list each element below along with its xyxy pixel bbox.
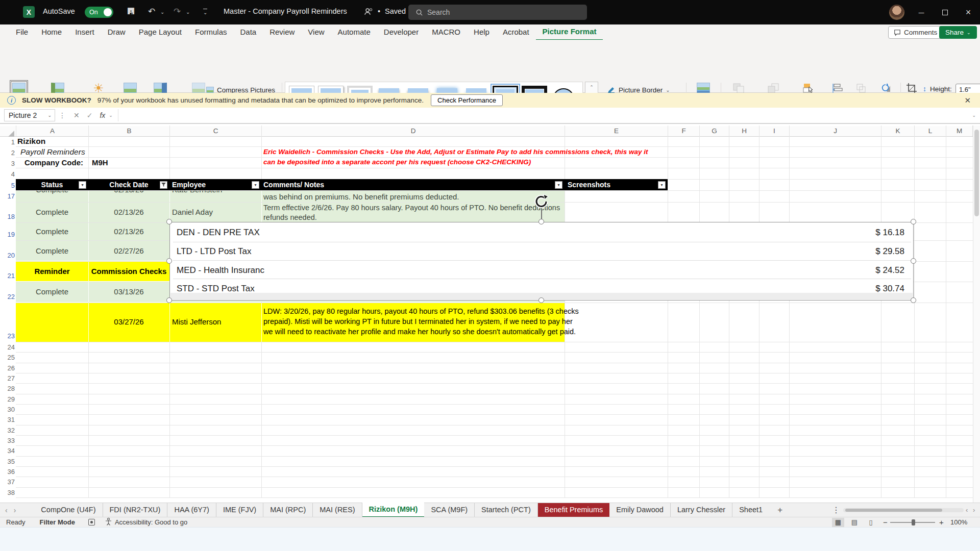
row-23[interactable]: 23 [0, 332, 15, 340]
row-5[interactable]: 5 [0, 182, 15, 189]
col-A[interactable]: A [16, 126, 88, 136]
macro-record-icon[interactable] [88, 519, 95, 525]
col-E[interactable]: E [565, 126, 668, 136]
banner-close-icon[interactable]: ✕ [964, 96, 971, 105]
vertical-scrollbar-thumb[interactable] [974, 130, 979, 216]
note-eric-line2[interactable]: can be deposited into a separate accont … [263, 158, 531, 166]
formula-expand-icon[interactable]: ⌄ [972, 113, 976, 118]
check-date-filter-button[interactable] [160, 181, 167, 189]
sheet-tab-rizikon-active[interactable]: Rizikon (M9H) [362, 503, 425, 518]
resize-handle-se[interactable] [911, 297, 916, 303]
selected-picture[interactable]: DEN - DEN PRE TAX$ 16.18 LTD - LTD Post … [169, 222, 914, 300]
table-row-23[interactable]: 03/27/26 Misti Jefferson LDW: 3/20/26, p… [16, 303, 565, 342]
user-avatar[interactable] [889, 5, 904, 20]
row-29[interactable]: 29 [0, 395, 15, 403]
document-title[interactable]: Master - Company Payroll Reminders [224, 7, 347, 15]
sheet-tab-compone[interactable]: CompOne (U4F) [34, 503, 103, 517]
tab-help[interactable]: Help [467, 24, 496, 40]
titlebar-search[interactable]: Search [408, 5, 587, 20]
header-status[interactable]: Status [16, 179, 88, 190]
sheet-tab-startech[interactable]: Startech (PCT) [475, 503, 538, 517]
sheet-tab-emily-dawood[interactable]: Emily Dawood [609, 503, 671, 517]
note-eric-line1[interactable]: Eric Waidelich - Commission Checks - Use… [263, 148, 648, 156]
col-I[interactable]: I [759, 126, 789, 136]
add-sheet-button[interactable]: + [769, 505, 791, 515]
resize-handle-e[interactable] [911, 258, 916, 264]
row-28[interactable]: 28 [0, 385, 15, 392]
row-36[interactable]: 36 [0, 468, 15, 475]
row-3[interactable]: 3 [0, 160, 15, 167]
saved-status[interactable]: Saved [385, 7, 406, 15]
header-employee[interactable]: Employee [172, 179, 206, 190]
check-performance-button[interactable]: Check Performance [431, 94, 503, 106]
tab-page-layout[interactable]: Page Layout [132, 24, 188, 40]
row-20[interactable]: 20 [0, 252, 15, 259]
screenshots-filter-button[interactable]: ▾ [658, 181, 666, 189]
hscroll-right-icon[interactable]: › [973, 506, 975, 514]
row-1[interactable]: 1 [0, 138, 15, 146]
row-37[interactable]: 37 [0, 478, 15, 486]
header-check-date[interactable]: Check Date [88, 179, 169, 190]
tab-home[interactable]: Home [35, 24, 68, 40]
tab-macro[interactable]: MACRO [425, 24, 467, 40]
table-row-18[interactable]: Complete 02/13/26 Daniel Aday Term effec… [16, 203, 565, 222]
col-C[interactable]: C [169, 126, 261, 136]
col-M[interactable]: M [946, 126, 973, 136]
header-comments[interactable]: Comments/ Notes [263, 179, 324, 190]
select-all-corner[interactable] [8, 131, 14, 137]
sheet-tab-mai-rpc[interactable]: MAI (RPC) [263, 503, 313, 517]
row-4[interactable]: 4 [0, 170, 15, 178]
col-B[interactable]: B [88, 126, 169, 136]
employee-filter-button[interactable]: ▾ [252, 181, 259, 189]
hscroll-left-icon[interactable]: ‹ [966, 506, 968, 514]
sheet-tab-haa[interactable]: HAA (6Y7) [167, 503, 216, 517]
cell-A1-title[interactable]: Rizikon [17, 137, 45, 146]
people-icon[interactable] [363, 7, 374, 19]
row-38[interactable]: 38 [0, 489, 15, 496]
tab-automate[interactable]: Automate [331, 24, 377, 40]
resize-handle-w[interactable] [166, 258, 172, 264]
zoom-out-icon[interactable]: − [883, 518, 888, 527]
share-button[interactable]: Share⌄ [939, 26, 977, 39]
sheet-tab-larry-chessler[interactable]: Larry Chessler [671, 503, 732, 517]
save-icon[interactable]: 🖪 [127, 7, 135, 17]
row-22[interactable]: 22 [0, 293, 15, 300]
tabs-scroll-left-icon[interactable]: ‹ [0, 506, 13, 514]
qat-customize-icon[interactable]: ⌄ [203, 9, 207, 15]
cell-A2-subtitle[interactable]: Payroll Reminders [20, 147, 85, 157]
tab-file[interactable]: File [9, 24, 35, 40]
row-18[interactable]: 18 [0, 213, 15, 220]
resize-handle-n[interactable] [538, 219, 544, 224]
sheet-tab-sheet1[interactable]: Sheet1 [732, 503, 769, 517]
row-24[interactable]: 24 [0, 343, 15, 351]
sheet-tab-sca[interactable]: SCA (M9F) [424, 503, 475, 517]
undo-icon[interactable]: ↶ [148, 6, 155, 17]
row-35[interactable]: 35 [0, 458, 15, 465]
row-2[interactable]: 2 [0, 149, 15, 157]
horizontal-scrollbar-thumb[interactable] [845, 509, 942, 512]
excel-logo-icon[interactable]: X [23, 6, 35, 18]
cell-company-code-label[interactable]: Company Code: [16, 158, 83, 167]
zoom-slider-thumb[interactable] [912, 519, 915, 525]
row-27[interactable]: 27 [0, 374, 15, 382]
resize-handle-ne[interactable] [911, 219, 916, 224]
enter-icon[interactable]: ✓ [83, 111, 96, 119]
row-25[interactable]: 25 [0, 354, 15, 361]
row-33[interactable]: 33 [0, 437, 15, 444]
undo-chevron-icon[interactable]: ⌄ [160, 9, 164, 15]
table-row-17[interactable]: Complete 02/13/26 Kate Bernstein was beh… [16, 191, 565, 202]
comments-filter-button[interactable]: ▾ [555, 181, 562, 189]
col-K[interactable]: K [881, 126, 914, 136]
tab-developer[interactable]: Developer [377, 24, 425, 40]
status-accessibility[interactable]: Accessibility: Good to go [115, 518, 187, 526]
tab-view[interactable]: View [301, 24, 331, 40]
autosave-toggle[interactable]: On [85, 7, 113, 18]
sheet-tab-mai-res[interactable]: MAI (RES) [313, 503, 362, 517]
header-screenshots[interactable]: Screenshots [568, 179, 610, 190]
tab-draw[interactable]: Draw [101, 24, 132, 40]
col-F[interactable]: F [668, 126, 699, 136]
status-filter-button[interactable]: ▾ [79, 181, 86, 189]
view-normal-icon[interactable]: ▦ [832, 518, 844, 527]
sheet-tab-ime[interactable]: IME (FJV) [216, 503, 263, 517]
tab-picture-format[interactable]: Picture Format [536, 24, 603, 40]
